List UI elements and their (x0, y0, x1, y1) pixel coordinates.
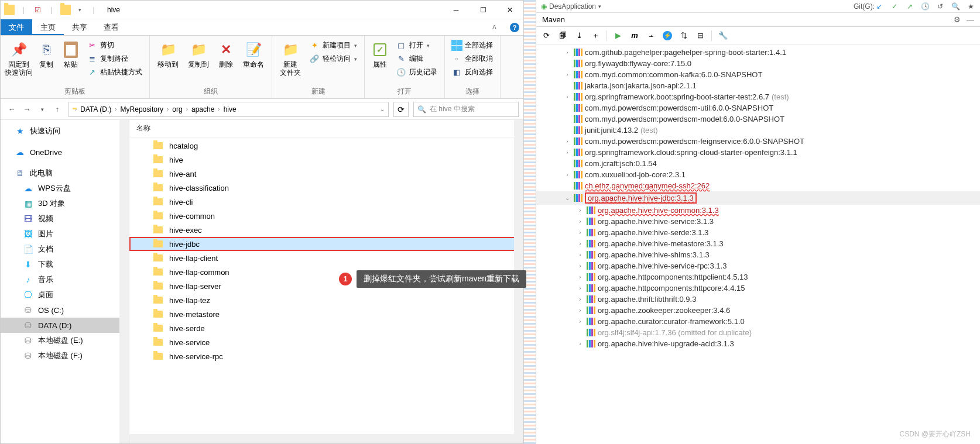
collapse-ribbon-button[interactable]: ᐱ (488, 19, 506, 35)
cut-button[interactable]: ✂剪切 (84, 39, 146, 51)
maven-tree-item[interactable]: ›com.myd.powerdscm:powerdscm-feignservic… (536, 136, 980, 147)
invert-selection-button[interactable]: ◧反向选择 (448, 66, 496, 78)
breadcrumb[interactable]: › DATA (D:)› MyRepository› org› apache› … (68, 102, 389, 117)
file-row[interactable]: hive (129, 153, 523, 167)
chevron-icon[interactable]: › (576, 263, 584, 269)
reload-icon[interactable]: ⟳ (541, 30, 551, 41)
file-row[interactable]: hive-serde (129, 321, 523, 335)
chevron-icon[interactable]: › (563, 138, 571, 144)
chevron-icon[interactable]: ⌄ (563, 195, 571, 201)
file-row[interactable]: hive-metastore (129, 307, 523, 321)
nav-downloads[interactable]: ⬇下载 (1, 257, 129, 272)
maven-tree-item[interactable]: ›org.apache.thrift:libthrift:0.9.3 (536, 294, 980, 305)
maven-tree-item[interactable]: ›org.apache.hive:hive-upgrade-acid:3.1.3 (536, 338, 980, 349)
home-tab[interactable]: 主页 (32, 19, 64, 35)
chevron-icon[interactable]: › (576, 274, 584, 280)
navpane-scrollbar[interactable] (119, 120, 129, 443)
file-row[interactable]: hive-service-rpc (129, 349, 523, 363)
chevron-icon[interactable]: › (563, 94, 571, 100)
file-row[interactable]: hive-ant (129, 167, 523, 181)
open-button[interactable]: ▢打开▾ (393, 39, 441, 51)
breadcrumb-dropdown-icon[interactable]: ⌄ (380, 106, 385, 112)
maven-tree-item[interactable]: ›org.springframework.cloud:spring-cloud-… (536, 147, 980, 158)
maven-tree-item[interactable]: com.myd.powerdscm:powerdscm-util:6.0.0-S… (536, 102, 980, 113)
nav-this-pc[interactable]: 🖥此电脑 (1, 166, 129, 181)
nav-desktop[interactable]: 🖵桌面 (1, 287, 129, 302)
rename-button[interactable]: 📝重命名 (239, 38, 268, 68)
search-icon[interactable]: 🔍 (951, 2, 960, 11)
gear-icon[interactable]: ⚙ (954, 15, 961, 24)
chevron-icon[interactable]: › (576, 340, 584, 347)
maven-tree-item[interactable]: ›com.github.pagehelper:pagehelper-spring… (536, 47, 980, 58)
file-row[interactable]: hive-exec (129, 223, 523, 237)
edit-button[interactable]: ✎编辑 (393, 53, 441, 65)
new-item-button[interactable]: ✦新建项目▾ (306, 39, 361, 51)
maven-tree-item[interactable]: ›org.apache.hive:hive-service:3.1.3 (536, 216, 980, 227)
maven-tree-item[interactable]: ›com.myd.common:common-kafka:6.0.0-SNAPS… (536, 69, 980, 80)
ide-settings-icon[interactable]: ★ (966, 2, 975, 11)
nav-wps[interactable]: ☁WPS云盘 (1, 181, 129, 196)
maximize-button[interactable]: ☐ (470, 1, 496, 19)
back-button[interactable]: ← (5, 103, 18, 116)
maven-tree-item[interactable]: ›org.apache.hive:hive-shims:3.1.3 (536, 249, 980, 260)
column-header-name[interactable]: 名称 (129, 120, 523, 137)
file-tab[interactable]: 文件 (1, 19, 32, 35)
breadcrumb-item[interactable]: org (171, 105, 183, 113)
forward-button[interactable]: → (20, 103, 33, 116)
search-input[interactable]: 🔍 在 hive 中搜索 (413, 102, 519, 117)
maven-tree-item[interactable]: ›org.apache.hive:hive-service-rpc:3.1.3 (536, 260, 980, 271)
nav-3d-objects[interactable]: ▦3D 对象 (1, 196, 129, 211)
chevron-icon[interactable]: › (563, 71, 571, 78)
select-none-button[interactable]: ▫全部取消 (448, 53, 496, 65)
breadcrumb-item[interactable]: hive (222, 105, 238, 113)
skip-tests-icon[interactable]: ⚡ (662, 30, 673, 41)
generate-sources-icon[interactable]: 🗐 (557, 30, 568, 41)
recent-dropdown[interactable]: ▾ (36, 103, 49, 116)
git-push-icon[interactable]: ↗ (905, 2, 914, 11)
chevron-icon[interactable]: › (563, 149, 571, 156)
chevron-icon[interactable]: › (576, 307, 584, 314)
nav-music[interactable]: ♪音乐 (1, 272, 129, 287)
close-button[interactable]: ✕ (496, 1, 523, 19)
nav-quick-access[interactable]: ★快速访问 (1, 123, 129, 139)
file-row[interactable]: hive-classification (129, 181, 523, 195)
chevron-icon[interactable]: › (576, 252, 584, 258)
maven-tree-item[interactable]: ›org.apache.zookeeper:zookeeper:3.4.6 (536, 305, 980, 316)
maven-tree-item[interactable]: ›org.springframework.boot:spring-boot-st… (536, 91, 980, 102)
breadcrumb-item[interactable]: DATA (D:) (79, 105, 112, 113)
maven-tree-item[interactable]: junit:junit:4.13.2 (test) (536, 125, 980, 136)
maven-settings-icon[interactable]: 🔧 (718, 30, 728, 41)
git-commit-icon[interactable]: ✓ (890, 2, 899, 11)
file-row[interactable]: hive-common (129, 209, 523, 223)
execute-goal-icon[interactable]: m (629, 30, 640, 41)
git-update-icon[interactable]: ↙ (875, 2, 884, 11)
maven-tree-item[interactable]: org.flywaydb:flyway-core:7.15.0 (536, 58, 980, 69)
chevron-icon[interactable]: › (563, 171, 571, 178)
file-row[interactable]: hcatalog (129, 139, 523, 153)
git-rollback-icon[interactable]: ↺ (936, 2, 945, 11)
history-button[interactable]: 🕓历史记录 (393, 66, 441, 78)
refresh-button[interactable]: ⟳ (393, 102, 409, 117)
easy-access-button[interactable]: 🔗轻松访问▾ (306, 53, 361, 65)
nav-drive-e[interactable]: ⛁本地磁盘 (E:) (1, 333, 129, 348)
properties-button[interactable]: ✓属性 (368, 38, 392, 68)
filepane-hscrollbar[interactable] (129, 434, 514, 443)
maven-tree-item[interactable]: com.myd.powerdscm:powerdscm-model:6.0.0-… (536, 113, 980, 125)
file-row[interactable]: hive-cli (129, 195, 523, 209)
chevron-icon[interactable]: › (576, 218, 584, 225)
nav-drive-f[interactable]: ⛁本地磁盘 (F:) (1, 348, 129, 363)
git-history-icon[interactable]: 🕓 (920, 2, 930, 11)
paste-shortcut-button[interactable]: ↗粘贴快捷方式 (84, 66, 146, 78)
chevron-icon[interactable]: › (576, 240, 584, 247)
chevron-icon[interactable]: › (576, 285, 584, 291)
copy-path-button[interactable]: ≣复制路径 (84, 53, 146, 65)
delete-button[interactable]: ✕删除 (214, 38, 238, 68)
breadcrumb-item[interactable]: MyRepository (119, 105, 165, 113)
nav-pictures[interactable]: 🖼图片 (1, 226, 129, 242)
add-project-icon[interactable]: ＋ (590, 30, 601, 41)
run-icon[interactable]: ▶ (613, 30, 623, 41)
select-all-button[interactable]: 全部选择 (448, 39, 496, 51)
maven-tree-item[interactable]: ch.ethz.ganymed:ganymed-ssh2:262 (536, 180, 980, 191)
copy-button[interactable]: ⎘ 复制 (35, 38, 58, 68)
nav-documents[interactable]: 📄文档 (1, 242, 129, 257)
